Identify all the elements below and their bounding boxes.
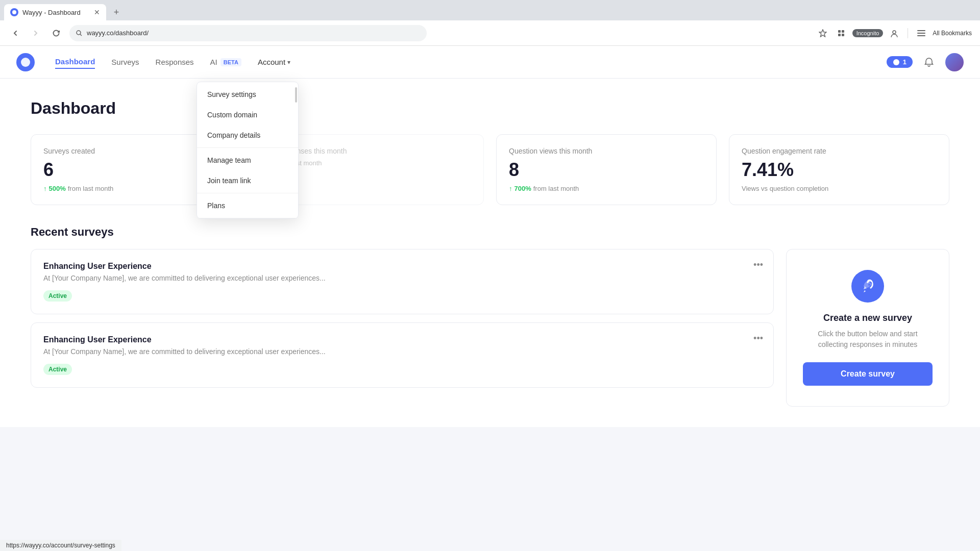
dropdown-item-company-details[interactable]: Company details — [197, 125, 298, 145]
dropdown-section-2: Manage team Join team link — [197, 148, 298, 193]
dropdown-overlay[interactable] — [0, 0, 980, 551]
dropdown-scrollbar — [295, 82, 297, 218]
status-bar: https://wayyy.co/account/survey-settings — [0, 540, 121, 551]
dropdown-section-1: Survey settings Custom domain Company de… — [197, 82, 298, 148]
dropdown-item-plans[interactable]: Plans — [197, 195, 298, 216]
dropdown-section-3: Plans — [197, 193, 298, 218]
dropdown-item-custom-domain[interactable]: Custom domain — [197, 105, 298, 125]
account-dropdown-menu: Survey settings Custom domain Company de… — [197, 82, 299, 219]
dropdown-item-join-team-link[interactable]: Join team link — [197, 170, 298, 191]
scrollbar-thumb — [295, 87, 297, 103]
dropdown-item-manage-team[interactable]: Manage team — [197, 150, 298, 170]
status-url: https://wayyy.co/account/survey-settings — [6, 542, 115, 549]
dropdown-item-survey-settings[interactable]: Survey settings — [197, 84, 298, 105]
